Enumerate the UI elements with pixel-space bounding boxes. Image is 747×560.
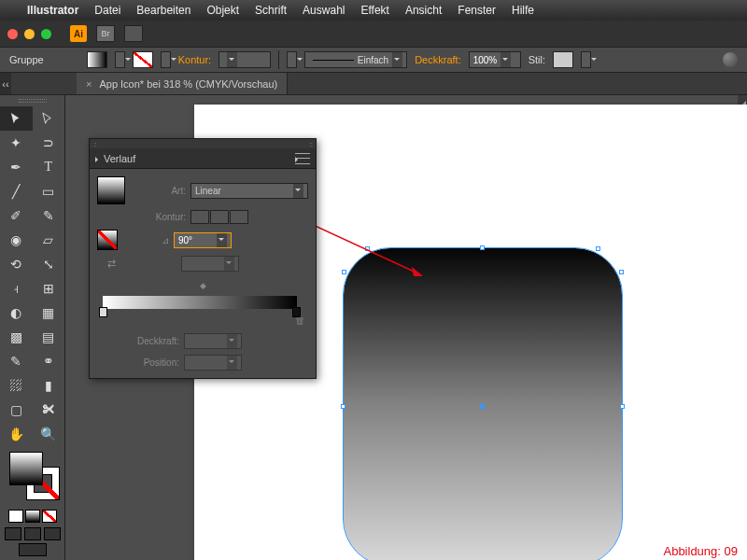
- gradient-tool[interactable]: ▤: [33, 325, 65, 349]
- draw-normal-button[interactable]: [5, 527, 21, 540]
- document-tab-title: App Icon* bei 318 % (CMYK/Vorschau): [99, 78, 277, 90]
- selected-shape[interactable]: [344, 248, 622, 560]
- stop-opacity-field: [184, 333, 242, 349]
- draw-behind-button[interactable]: [24, 527, 41, 540]
- minimize-window-button[interactable]: [24, 29, 35, 39]
- scale-tool[interactable]: ⤡: [33, 252, 65, 276]
- pen-tool[interactable]: ✒: [0, 155, 33, 179]
- handle-top[interactable]: [480, 245, 485, 250]
- screen-mode-button[interactable]: [19, 543, 47, 556]
- free-transform-tool[interactable]: ⊞: [33, 276, 65, 301]
- eraser-tool[interactable]: ▱: [33, 228, 65, 252]
- stroke-gradient-label: Kontur:: [130, 212, 186, 222]
- magic-wand-tool[interactable]: ✦: [0, 131, 33, 155]
- document-setup-button[interactable]: [723, 52, 738, 67]
- anchor-lt[interactable]: [342, 270, 346, 274]
- tab-scroll-left[interactable]: ‹‹: [0, 73, 11, 94]
- gradient-preview-thumb[interactable]: [97, 176, 125, 204]
- hand-tool[interactable]: ✋: [0, 422, 33, 446]
- gradient-slider[interactable]: [103, 296, 297, 309]
- fill-color-box[interactable]: [9, 452, 43, 485]
- arrange-documents-button[interactable]: [124, 25, 143, 42]
- opacity-label[interactable]: Deckkraft:: [415, 54, 461, 65]
- menu-window[interactable]: Fenster: [458, 4, 496, 17]
- menu-app[interactable]: Illustrator: [27, 4, 78, 17]
- stroke-profile-dropdown[interactable]: Einfach: [304, 51, 407, 68]
- handle-left[interactable]: [341, 404, 345, 409]
- line-tool[interactable]: ╱: [0, 179, 33, 203]
- panel-title: Verlauf: [95, 153, 135, 164]
- stop-position-field: [184, 355, 242, 371]
- none-mode-button[interactable]: [42, 510, 57, 523]
- menu-view[interactable]: Ansicht: [405, 4, 442, 17]
- zoom-window-button[interactable]: [41, 29, 51, 39]
- color-mode-button[interactable]: [8, 510, 23, 523]
- artboard-tool[interactable]: ▢: [0, 398, 33, 422]
- os-menubar: Illustrator Datei Bearbeiten Objekt Schr…: [0, 0, 747, 21]
- panel-title-bar[interactable]: Verlauf: [90, 148, 316, 169]
- fill-dropdown[interactable]: [115, 51, 125, 68]
- fill-stroke-control[interactable]: [6, 450, 59, 504]
- stroke-gradient-align[interactable]: [190, 210, 248, 224]
- shape-builder-tool[interactable]: ◐: [0, 301, 33, 325]
- blob-brush-tool[interactable]: ◉: [0, 228, 33, 252]
- type-tool[interactable]: T: [33, 155, 65, 179]
- gradient-stop-start[interactable]: [99, 307, 107, 317]
- gradient-mode-button[interactable]: [25, 510, 40, 523]
- handle-right[interactable]: [620, 404, 625, 409]
- document-tab-bar: ‹‹ × App Icon* bei 318 % (CMYK/Vorschau): [0, 73, 747, 95]
- menu-type[interactable]: Schrift: [255, 4, 287, 17]
- close-tab-icon[interactable]: ×: [86, 78, 92, 90]
- var-width-dropdown[interactable]: [287, 51, 297, 68]
- menu-file[interactable]: Datei: [94, 4, 120, 17]
- slice-tool[interactable]: ✀: [33, 398, 65, 422]
- anchor-rt[interactable]: [619, 270, 624, 274]
- document-tab[interactable]: × App Icon* bei 318 % (CMYK/Vorschau): [77, 73, 288, 94]
- menu-effect[interactable]: Effekt: [360, 4, 388, 17]
- style-dropdown[interactable]: [581, 51, 591, 68]
- stroke-weight-field[interactable]: [218, 51, 271, 68]
- rectangle-tool[interactable]: ▭: [33, 179, 65, 203]
- selection-tool[interactable]: [0, 106, 33, 131]
- rotate-tool[interactable]: ⟲: [0, 252, 33, 276]
- gradient-stop-end[interactable]: [292, 307, 301, 317]
- stroke-label[interactable]: Kontur:: [178, 54, 211, 65]
- menu-help[interactable]: Hilfe: [512, 4, 534, 17]
- bridge-button[interactable]: Br: [96, 25, 115, 42]
- style-swatch[interactable]: [553, 51, 573, 68]
- anchor-tl[interactable]: [365, 246, 370, 251]
- panel-grip[interactable]: [90, 139, 316, 148]
- anchor-tr[interactable]: [596, 246, 600, 251]
- mesh-tool[interactable]: ▩: [0, 325, 33, 349]
- gradient-angle-field[interactable]: 90°: [174, 232, 232, 248]
- symbol-sprayer-tool[interactable]: ⛆: [0, 373, 33, 398]
- fill-swatch[interactable]: [87, 51, 107, 68]
- close-window-button[interactable]: [7, 29, 18, 39]
- tool-panel: ✦ ⊃ ✒ T ╱ ▭ ✐ ✎ ◉ ▱ ⟲ ⤡ ⫞ ⊞ ◐ ▦ ▩ ▤ ✎ ⚭ …: [0, 95, 65, 560]
- direct-selection-tool[interactable]: [33, 106, 65, 131]
- menu-object[interactable]: Objekt: [206, 4, 239, 17]
- blend-tool[interactable]: ⚭: [33, 349, 65, 373]
- pencil-tool[interactable]: ✎: [33, 203, 65, 228]
- eyedropper-tool[interactable]: ✎: [0, 349, 33, 373]
- stroke-dropdown[interactable]: [161, 51, 171, 68]
- zoom-tool[interactable]: 🔍: [33, 422, 65, 446]
- graph-tool[interactable]: ▮: [33, 373, 65, 398]
- opacity-field[interactable]: 100%: [469, 51, 521, 68]
- stop-opacity-label: Deckkraft:: [97, 336, 179, 346]
- lasso-tool[interactable]: ⊃: [33, 131, 65, 155]
- perspective-tool[interactable]: ▦: [33, 301, 65, 325]
- panel-menu-icon[interactable]: [295, 153, 310, 164]
- menu-select[interactable]: Auswahl: [303, 4, 345, 17]
- menu-edit[interactable]: Bearbeiten: [136, 4, 190, 17]
- draw-inside-button[interactable]: [44, 527, 61, 540]
- gradient-type-dropdown[interactable]: Linear: [190, 183, 308, 199]
- selection-label: Gruppe: [9, 54, 44, 65]
- paintbrush-tool[interactable]: ✐: [0, 203, 33, 228]
- handle-center[interactable]: [480, 404, 485, 409]
- gradient-fill-stroke-thumb[interactable]: [97, 230, 118, 250]
- tool-panel-grip[interactable]: [0, 95, 64, 106]
- stroke-swatch[interactable]: [133, 51, 153, 68]
- width-tool[interactable]: ⫞: [0, 276, 33, 301]
- control-bar: Gruppe Kontur: Einfach Deckkraft: 100% S…: [0, 47, 747, 73]
